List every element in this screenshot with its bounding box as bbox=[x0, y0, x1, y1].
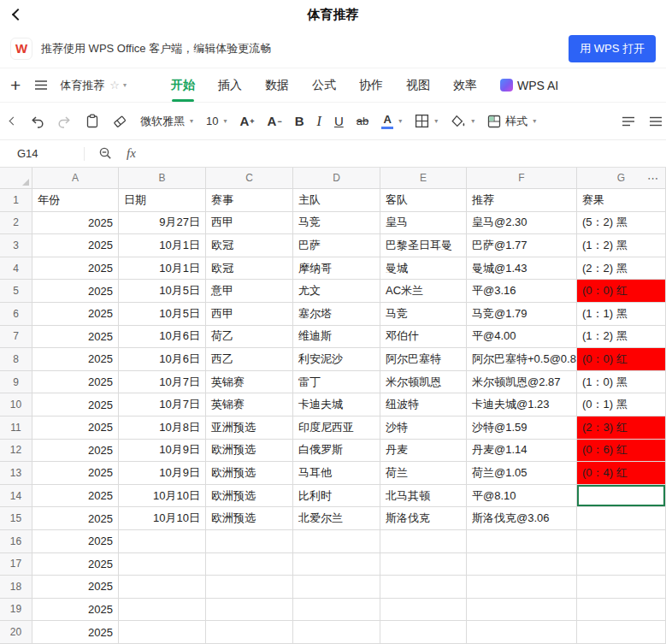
row-header-14[interactable]: 14 bbox=[0, 485, 32, 508]
cell-A1[interactable]: 年份 bbox=[32, 189, 119, 212]
insert-function-button[interactable]: fx bbox=[127, 146, 136, 161]
cell-A15[interactable]: 2025 bbox=[32, 507, 119, 530]
cell-C15[interactable]: 欧洲预选 bbox=[206, 507, 293, 530]
cell-D7[interactable]: 维迪斯 bbox=[293, 326, 380, 349]
cell-A6[interactable]: 2025 bbox=[32, 303, 119, 326]
tab-效率[interactable]: 效率 bbox=[453, 68, 477, 102]
row-header-3[interactable]: 3 bbox=[0, 234, 32, 257]
column-header-D[interactable]: D bbox=[293, 168, 380, 189]
cell-E14[interactable]: 北马其顿 bbox=[380, 485, 467, 508]
cell-E8[interactable]: 阿尔巴塞特 bbox=[380, 348, 467, 371]
cell-G3[interactable]: (1：2) 黑 bbox=[577, 234, 666, 257]
cell-D4[interactable]: 摩纳哥 bbox=[293, 257, 380, 281]
cell-D3[interactable]: 巴萨 bbox=[293, 234, 380, 257]
align-justify-icon[interactable] bbox=[649, 115, 663, 127]
decrease-font-size-button[interactable]: A− bbox=[268, 114, 282, 128]
cell-E2[interactable]: 皇马 bbox=[380, 212, 467, 235]
cell-C12[interactable]: 欧洲预选 bbox=[206, 440, 293, 463]
font-color-dropdown[interactable]: A ▾ bbox=[381, 114, 402, 129]
cell-E16[interactable] bbox=[380, 530, 467, 553]
row-header-19[interactable]: 19 bbox=[0, 599, 32, 622]
cell-G1[interactable]: 赛果 bbox=[577, 189, 666, 212]
row-header-2[interactable]: 2 bbox=[0, 212, 32, 235]
cell-A2[interactable]: 2025 bbox=[32, 212, 119, 235]
cell-B17[interactable] bbox=[119, 553, 206, 576]
cell-E20[interactable] bbox=[380, 621, 467, 644]
cell-G8[interactable]: (0：0) 红 bbox=[577, 348, 666, 371]
cell-B14[interactable]: 10月10日 bbox=[119, 485, 206, 508]
cell-B20[interactable] bbox=[119, 621, 206, 644]
cell-E11[interactable]: 沙特 bbox=[380, 417, 467, 440]
cell-C20[interactable] bbox=[206, 621, 293, 644]
cell-F13[interactable]: 荷兰@1.05 bbox=[467, 462, 577, 485]
select-all-corner[interactable] bbox=[0, 168, 32, 189]
cell-B1[interactable]: 日期 bbox=[119, 189, 206, 212]
cell-G12[interactable]: (0：6) 红 bbox=[577, 440, 666, 463]
cell-A10[interactable]: 2025 bbox=[32, 393, 119, 417]
cell-F10[interactable]: 卡迪夫城@1.23 bbox=[467, 393, 577, 417]
cell-G10[interactable]: (0：1) 黑 bbox=[577, 393, 666, 417]
cell-D19[interactable] bbox=[293, 599, 380, 622]
cell-F16[interactable] bbox=[467, 530, 577, 553]
cell-E4[interactable]: 曼城 bbox=[380, 257, 467, 281]
cell-B7[interactable]: 10月6日 bbox=[119, 326, 206, 349]
cell-E10[interactable]: 纽波特 bbox=[380, 393, 467, 417]
font-name-dropdown[interactable]: 微软雅黑 ▾ bbox=[140, 114, 193, 129]
undo-icon[interactable] bbox=[29, 115, 44, 128]
cell-F17[interactable] bbox=[467, 553, 577, 576]
cell-B15[interactable]: 10月10日 bbox=[119, 507, 206, 530]
row-header-18[interactable]: 18 bbox=[0, 576, 32, 599]
cell-D13[interactable]: 马耳他 bbox=[293, 462, 380, 485]
cell-G5[interactable]: (0：0) 红 bbox=[577, 280, 666, 303]
cell-style-dropdown[interactable]: 样式 ▾ bbox=[487, 114, 536, 129]
fill-color-dropdown[interactable]: ▾ bbox=[451, 115, 474, 128]
cell-G16[interactable] bbox=[577, 530, 666, 553]
column-header-F[interactable]: F bbox=[467, 168, 577, 189]
cell-A19[interactable]: 2025 bbox=[32, 599, 119, 622]
cell-E5[interactable]: AC米兰 bbox=[380, 280, 467, 303]
new-sheet-icon[interactable]: + bbox=[10, 76, 21, 94]
cell-E15[interactable]: 斯洛伐克 bbox=[380, 507, 467, 530]
cell-C1[interactable]: 赛事 bbox=[206, 189, 293, 212]
cell-B11[interactable]: 10月8日 bbox=[119, 417, 206, 440]
cell-F8[interactable]: 阿尔巴塞特+0.5@0.8 bbox=[467, 348, 577, 371]
cell-E6[interactable]: 马竞 bbox=[380, 303, 467, 326]
cell-C2[interactable]: 西甲 bbox=[206, 212, 293, 235]
cell-B16[interactable] bbox=[119, 530, 206, 553]
cell-D1[interactable]: 主队 bbox=[293, 189, 380, 212]
row-header-10[interactable]: 10 bbox=[0, 393, 32, 417]
row-header-11[interactable]: 11 bbox=[0, 417, 32, 440]
cell-F12[interactable]: 丹麦@1.14 bbox=[467, 440, 577, 463]
cell-C3[interactable]: 欧冠 bbox=[206, 234, 293, 257]
cell-B8[interactable]: 10月6日 bbox=[119, 348, 206, 371]
cell-F6[interactable]: 马竞@1.79 bbox=[467, 303, 577, 326]
cell-D10[interactable]: 卡迪夫城 bbox=[293, 393, 380, 417]
tab-插入[interactable]: 插入 bbox=[218, 68, 242, 102]
row-header-4[interactable]: 4 bbox=[0, 257, 32, 281]
cell-D12[interactable]: 白俄罗斯 bbox=[293, 440, 380, 463]
tab-数据[interactable]: 数据 bbox=[265, 68, 289, 102]
tab-WPS AI[interactable]: WPS AI bbox=[500, 68, 558, 102]
cell-A20[interactable]: 2025 bbox=[32, 621, 119, 644]
cell-C13[interactable]: 欧洲预选 bbox=[206, 462, 293, 485]
cell-A14[interactable]: 2025 bbox=[32, 485, 119, 508]
cell-F5[interactable]: 平@3.16 bbox=[467, 280, 577, 303]
selected-cell-G14[interactable] bbox=[577, 485, 666, 508]
cell-C16[interactable] bbox=[206, 530, 293, 553]
column-header-E[interactable]: E bbox=[380, 168, 467, 189]
cell-C5[interactable]: 意甲 bbox=[206, 280, 293, 303]
cell-C6[interactable]: 西甲 bbox=[206, 303, 293, 326]
cell-B6[interactable]: 10月5日 bbox=[119, 303, 206, 326]
redo-icon[interactable] bbox=[57, 115, 73, 128]
font-size-dropdown[interactable]: 10 ▾ bbox=[206, 115, 227, 127]
cell-E12[interactable]: 丹麦 bbox=[380, 440, 467, 463]
cell-F15[interactable]: 斯洛伐克@3.06 bbox=[467, 507, 577, 530]
row-header-1[interactable]: 1 bbox=[0, 189, 32, 212]
menu-icon[interactable] bbox=[34, 80, 48, 91]
cell-B18[interactable] bbox=[119, 576, 206, 599]
cell-F7[interactable]: 平@4.00 bbox=[467, 326, 577, 349]
format-eraser-icon[interactable] bbox=[112, 115, 127, 128]
underline-button[interactable]: U bbox=[334, 114, 344, 128]
cell-A12[interactable]: 2025 bbox=[32, 440, 119, 463]
cell-G6[interactable]: (1：1) 黑 bbox=[577, 303, 666, 326]
